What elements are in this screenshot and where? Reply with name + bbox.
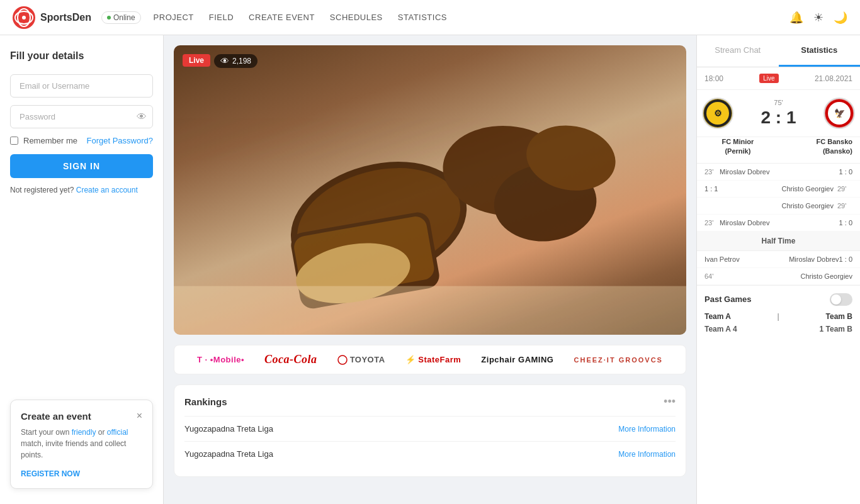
svg-point-3 xyxy=(22,16,26,20)
sponsor-cocacola: Coca-Cola xyxy=(264,353,317,366)
main-content: Live 👁 2,198 T · •Mobile• Coca-Cola TOYO… xyxy=(164,35,696,504)
team-a-header: Team A xyxy=(704,312,731,321)
sponsor-zipchair: Zipchair GAMING xyxy=(481,355,553,364)
sun-icon[interactable]: ☀ xyxy=(813,11,823,25)
event-score-2: 1 : 1 xyxy=(704,185,718,193)
event-row-1: 23' Miroslav Dobrev 1 : 0 xyxy=(697,164,860,181)
forget-password-link[interactable]: Forget Password? xyxy=(87,136,154,145)
register-text: Not registered yet? Create an account xyxy=(10,186,153,194)
eye-toggle-icon[interactable]: 👁 xyxy=(137,111,147,123)
match-date: 21.08.2021 xyxy=(815,74,852,83)
viewers-eye-icon: 👁 xyxy=(220,56,229,66)
remember-row: Remember me Forget Password? xyxy=(10,136,153,145)
create-event-close-button[interactable]: × xyxy=(137,410,142,422)
register-now-link[interactable]: REGISTER NOW xyxy=(21,469,80,478)
past-games-toggle[interactable] xyxy=(830,293,852,306)
event-row-3: Christo Georgiev 29' xyxy=(697,198,860,215)
tab-stream-chat[interactable]: Stream Chat xyxy=(697,35,779,67)
bansko-logo-svg: 🦅 xyxy=(825,99,854,128)
nav-schedules[interactable]: SCHEDULES xyxy=(330,13,383,22)
password-input[interactable] xyxy=(10,105,153,128)
teams-divider: | xyxy=(778,312,779,321)
online-label: Online xyxy=(113,13,135,22)
remember-label: Remember me xyxy=(23,136,77,145)
tab-statistics[interactable]: Statistics xyxy=(779,35,861,67)
match-time: 18:00 xyxy=(704,74,723,83)
past-games-header: Past Games xyxy=(704,293,852,306)
event-minute-1: 23' xyxy=(704,168,720,176)
teams-header: Team A | Team B xyxy=(704,312,852,321)
league-name-1: Yugozapadna Treta Liga xyxy=(184,424,273,434)
nav-field[interactable]: FIELD xyxy=(209,13,234,22)
nav-statistics[interactable]: STATISTICS xyxy=(398,13,447,22)
match-score-section: ⚙ 75' 2 : 1 🦅 xyxy=(697,90,860,137)
create-event-desc: Start your own friendly or official matc… xyxy=(21,427,142,461)
more-info-link-2[interactable]: More Information xyxy=(618,450,676,459)
nav-create-event[interactable]: CREATE EVENT xyxy=(249,13,315,22)
team-b-header: Team B xyxy=(826,312,852,321)
page-container: Fill your details 👁 Remember me Forget P… xyxy=(0,35,860,504)
sponsor-toyota: TOYOTA xyxy=(337,355,385,365)
event-score-4: 1 : 0 xyxy=(839,219,852,227)
score-minute: 75' xyxy=(738,99,818,106)
past-game-team-a-score: Team A 4 xyxy=(704,325,737,333)
sidebar: Fill your details 👁 Remember me Forget P… xyxy=(0,35,164,504)
more-info-link-1[interactable]: More Information xyxy=(618,425,676,434)
event-player-1: Miroslav Dobrev xyxy=(720,168,839,176)
bell-icon[interactable]: 🔔 xyxy=(789,11,803,25)
event-row-4: 23' Miroslav Dobrev 1 : 0 xyxy=(697,215,860,232)
past-games-section: Past Games Team A | Team B Team A 4 1 Te… xyxy=(697,285,860,341)
event-row-5: Ivan Petrov Miroslav Dobrev 1 : 0 xyxy=(697,251,860,268)
event-player-5a: Ivan Petrov xyxy=(704,255,772,263)
event-player-2: Christo Georgiev xyxy=(721,185,834,193)
svg-text:🦅: 🦅 xyxy=(834,108,846,119)
toyota-icon xyxy=(337,355,348,365)
away-team-name: FC Bansko(Bansko) xyxy=(786,137,852,157)
minior-logo-svg: ⚙ xyxy=(703,99,732,128)
past-games-title: Past Games xyxy=(704,294,751,304)
match-live-badge: Live xyxy=(759,74,778,83)
score-value: 2 : 1 xyxy=(738,108,818,128)
online-dot xyxy=(107,16,111,20)
email-group xyxy=(10,74,153,98)
sign-in-button[interactable]: SIGN IN xyxy=(10,154,153,178)
event-minute-4: 23' xyxy=(704,219,720,227)
rankings-header: Rankings ••• xyxy=(184,395,676,408)
event-minute-3: 29' xyxy=(837,202,852,210)
sponsor-cheezit: CHEEZ·IT GROOVCS xyxy=(574,356,663,364)
live-badge: Live xyxy=(183,54,210,67)
create-account-link[interactable]: Create an account xyxy=(76,186,138,194)
remember-checkbox[interactable] xyxy=(10,137,18,145)
password-group: 👁 xyxy=(10,105,153,128)
past-game-team-b-score: 1 Team B xyxy=(820,325,852,333)
rankings-more-button[interactable]: ••• xyxy=(664,395,676,408)
stats-content: 18:00 Live 21.08.2021 ⚙ 75' 2 : 1 xyxy=(697,67,860,504)
video-container: Live 👁 2,198 xyxy=(174,45,686,335)
nav-links: PROJECT FIELD CREATE EVENT SCHEDULES STA… xyxy=(154,13,789,22)
svg-point-13 xyxy=(338,356,347,364)
email-input[interactable] xyxy=(10,74,153,98)
viewers-count: 2,198 xyxy=(232,57,251,65)
toggle-knob xyxy=(831,294,841,305)
ranking-row-2: Yugozapadna Treta Liga More Information xyxy=(184,441,676,466)
rankings-section: Rankings ••• Yugozapadna Treta Liga More… xyxy=(174,384,686,477)
event-score-1: 1 : 0 xyxy=(839,168,852,176)
create-event-card: Create an event × Start your own friendl… xyxy=(10,400,153,489)
sponsor-statefarm: ⚡ StateFarm xyxy=(405,355,461,364)
logo-text: SportsDen xyxy=(40,12,91,23)
event-row-2: 1 : 1 Christo Georgiev 29' xyxy=(697,181,860,198)
home-team-logo: ⚙ xyxy=(702,98,733,129)
panel-tabs: Stream Chat Statistics xyxy=(697,35,860,67)
event-player-4: Miroslav Dobrev xyxy=(720,219,839,227)
logo-icon xyxy=(13,6,35,29)
moon-icon[interactable]: 🌙 xyxy=(834,11,847,25)
create-event-title: Create an event xyxy=(21,411,91,422)
candy-svg xyxy=(174,45,686,335)
event-score-5: 1 : 0 xyxy=(839,255,852,263)
video-area xyxy=(174,45,686,335)
online-badge: Online xyxy=(101,11,141,24)
nav-right: 🔔 ☀ 🌙 xyxy=(789,11,847,25)
event-player-6: Christo Georgiev xyxy=(723,272,852,280)
nav-project[interactable]: PROJECT xyxy=(154,13,194,22)
half-time-divider: Half Time xyxy=(697,232,860,251)
